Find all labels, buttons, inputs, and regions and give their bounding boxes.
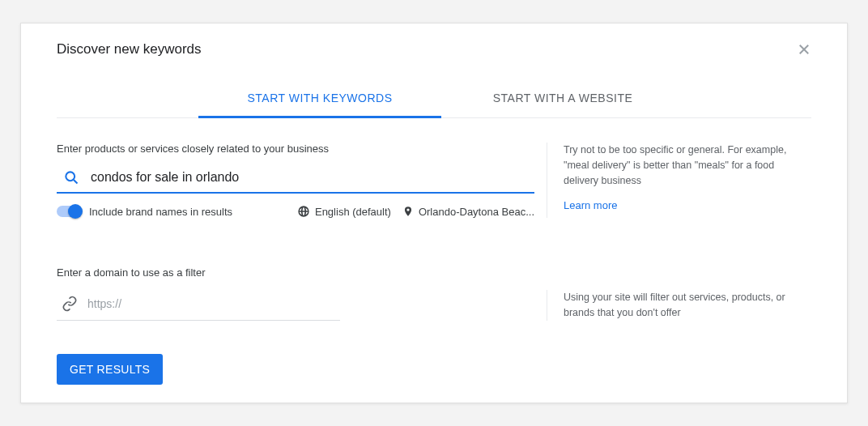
modal-header: Discover new keywords <box>57 23 811 64</box>
keyword-controls: Include brand names in results English (… <box>57 205 534 218</box>
domain-row: Using your site will filter out services… <box>57 290 811 321</box>
learn-more-link[interactable]: Learn more <box>564 199 617 211</box>
location-text: Orlando-Daytona Beac... <box>419 206 534 218</box>
location-pin-icon <box>402 206 414 217</box>
search-icon <box>63 169 79 185</box>
toggle-knob <box>68 204 83 219</box>
language-location-selector[interactable]: English (default) Orlando-Daytona Beac..… <box>297 205 534 218</box>
tab-start-with-website[interactable]: START WITH A WEBSITE <box>441 80 684 117</box>
brand-names-label: Include brand names in results <box>89 206 232 218</box>
modal-title: Discover new keywords <box>57 41 202 58</box>
globe-icon <box>297 205 310 218</box>
language-text: English (default) <box>315 206 391 218</box>
link-icon <box>62 296 78 312</box>
svg-point-2 <box>66 172 74 181</box>
keyword-input[interactable] <box>91 170 534 185</box>
svg-line-3 <box>74 180 78 184</box>
keyword-label: Enter products or services closely relat… <box>57 143 534 155</box>
keyword-hint: Try not to be too specific or general. F… <box>564 143 811 188</box>
domain-hint-col: Using your site will filter out services… <box>547 290 811 321</box>
keyword-hint-col: Try not to be too specific or general. F… <box>547 143 811 218</box>
domain-input-wrap <box>57 290 340 321</box>
domain-input[interactable] <box>87 297 340 310</box>
close-icon <box>797 42 811 57</box>
tabs: START WITH KEYWORDS START WITH A WEBSITE <box>57 80 811 118</box>
discover-keywords-modal: Discover new keywords START WITH KEYWORD… <box>20 23 848 403</box>
keyword-search-box <box>57 164 534 194</box>
tab-start-with-keywords[interactable]: START WITH KEYWORDS <box>198 80 441 118</box>
brand-names-toggle[interactable] <box>57 206 81 217</box>
domain-section: Enter a domain to use as a filter Using … <box>57 266 811 321</box>
domain-hint: Using your site will filter out services… <box>564 290 811 321</box>
close-button[interactable] <box>797 42 811 57</box>
get-results-button[interactable]: GET RESULTS <box>57 354 163 385</box>
keyword-left: Enter products or services closely relat… <box>57 143 534 218</box>
domain-label: Enter a domain to use as a filter <box>57 266 811 279</box>
keyword-row: Enter products or services closely relat… <box>57 143 811 218</box>
